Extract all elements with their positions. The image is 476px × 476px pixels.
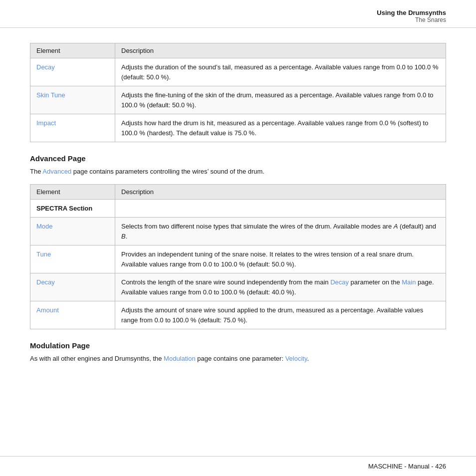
mod-intro-text1: As with all other engines and Drumsynths… bbox=[30, 355, 164, 362]
advanced-table: Element Description SPECTRA Section Mode bbox=[30, 184, 446, 330]
header-title-main: Using the Drumsynths bbox=[30, 9, 446, 16]
tune-desc-cell: Provides an independent tuning of the sn… bbox=[115, 245, 446, 273]
page-header: Using the Drumsynths The Snares bbox=[0, 0, 476, 28]
table-row: Tune Provides an independent tuning of t… bbox=[30, 245, 446, 273]
mode-a-italic: A bbox=[394, 223, 398, 230]
advanced-intro-rest: page contains parameters controlling the… bbox=[71, 168, 264, 175]
table-row: Mode Selects from two different noise ty… bbox=[30, 218, 446, 245]
advanced-intro-text: The bbox=[30, 168, 42, 175]
decay-link[interactable]: Decay bbox=[36, 63, 55, 71]
tune-element-cell: Tune bbox=[30, 245, 115, 273]
tune-link[interactable]: Tune bbox=[36, 250, 51, 258]
amount-element-cell: Amount bbox=[30, 301, 115, 329]
desc-cell: Adjusts how hard the drum is hit, measur… bbox=[115, 114, 446, 142]
element-cell: Decay bbox=[30, 58, 115, 86]
footer-text: MASCHINE - Manual - 426 bbox=[368, 463, 446, 470]
top-table-col2-header: Description bbox=[115, 43, 446, 58]
table-row: Amount Adjusts the amount of snare wire … bbox=[30, 301, 446, 329]
mode-b-italic: B bbox=[121, 233, 126, 240]
content-area: Element Description DecayAdjusts the dur… bbox=[0, 28, 476, 381]
advanced-page-heading: Advanced Page bbox=[30, 154, 446, 163]
mod-intro-text3: . bbox=[307, 355, 309, 362]
velocity-link[interactable]: Veloc­ity bbox=[285, 355, 307, 362]
amount-link[interactable]: Amount bbox=[36, 306, 59, 314]
top-table: Element Description DecayAdjusts the dur… bbox=[30, 43, 446, 142]
modulation-page-heading: Modulation Page bbox=[30, 341, 446, 350]
table-row: DecayAdjusts the duration of the sound’s… bbox=[30, 58, 446, 86]
table-row: SPECTRA Section bbox=[30, 199, 446, 218]
spectra-section-cell: SPECTRA Section bbox=[30, 199, 115, 218]
element-cell: Impact bbox=[30, 114, 115, 142]
table-row: ImpactAdjusts how hard the drum is hit, … bbox=[30, 114, 446, 142]
decay-desc-cell: Controls the length of the snare wire so… bbox=[115, 273, 446, 301]
skin-tune-link[interactable]: Skin Tune bbox=[36, 91, 65, 99]
amount-desc-cell: Adjusts the amount of snare wire sound a… bbox=[115, 301, 446, 329]
header-title-sub: The Snares bbox=[30, 16, 446, 23]
page-container: Using the Drumsynths The Snares Element … bbox=[0, 0, 476, 476]
mode-link[interactable]: Mode bbox=[36, 223, 53, 230]
advanced-link[interactable]: Advanced bbox=[42, 168, 71, 175]
advanced-page-intro: The Advanced page contains parameters co… bbox=[30, 167, 446, 177]
element-cell: Skin Tune bbox=[30, 86, 115, 114]
table-row: Decay Controls the length of the snare w… bbox=[30, 273, 446, 301]
spectra-desc-cell bbox=[115, 199, 446, 218]
modulation-link[interactable]: Modulation bbox=[164, 355, 196, 362]
spectra-label: SPECTRA Section bbox=[36, 205, 92, 212]
desc-cell: Adjusts the fine-tuning of the skin of t… bbox=[115, 86, 446, 114]
top-table-col1-header: Element bbox=[30, 43, 115, 58]
mod-intro-text2: page contains one parameter: bbox=[196, 355, 285, 362]
decay-link[interactable]: Decay bbox=[36, 278, 55, 286]
desc-cell: Adjusts the duration of the sound’s tail… bbox=[115, 58, 446, 86]
advanced-table-col2-header: Description bbox=[115, 184, 446, 199]
advanced-table-col1-header: Element bbox=[30, 184, 115, 199]
page-footer: MASCHINE - Manual - 426 bbox=[0, 456, 476, 476]
mode-element-cell: Mode bbox=[30, 218, 115, 245]
modulation-page-intro: As with all other engines and Drumsynths… bbox=[30, 354, 446, 364]
decay-element-cell: Decay bbox=[30, 273, 115, 301]
impact-link[interactable]: Impact bbox=[36, 119, 56, 127]
table-row: Skin TuneAdjusts the fine-tuning of the … bbox=[30, 86, 446, 114]
decay-inner-link[interactable]: Decay bbox=[330, 278, 349, 286]
main-link[interactable]: Main bbox=[402, 278, 416, 286]
mode-desc-cell: Selects from two different noise types t… bbox=[115, 218, 446, 245]
